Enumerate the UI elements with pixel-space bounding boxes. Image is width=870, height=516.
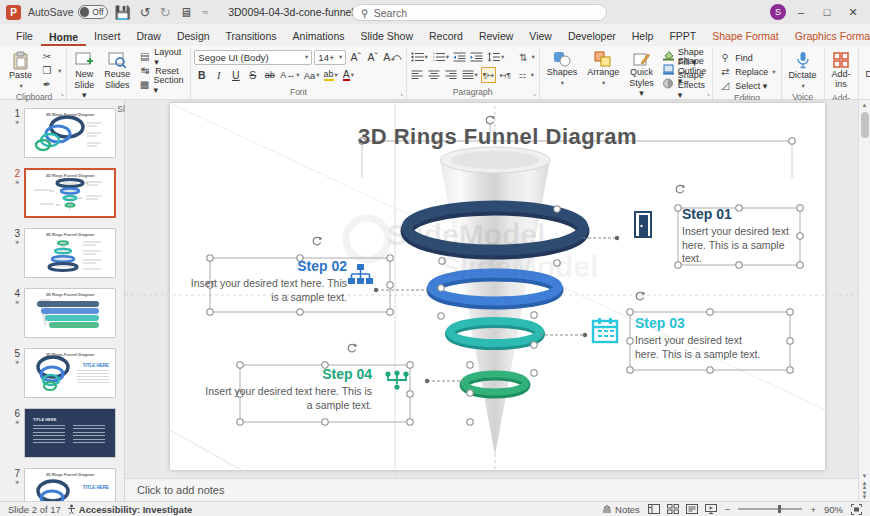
tab-draw[interactable]: Draw xyxy=(128,27,169,46)
replace-button[interactable]: ⇄Replace▾ xyxy=(716,65,777,78)
tab-review[interactable]: Review xyxy=(471,27,521,46)
layout-button[interactable]: ▤Layout ▾ xyxy=(136,50,187,63)
justify-button[interactable]: ▾ xyxy=(461,67,479,83)
slide-indicator[interactable]: Slide 2 of 17 xyxy=(8,504,61,515)
customize-toolbar-icon[interactable]: ≂ xyxy=(202,7,210,17)
tab-file[interactable]: File xyxy=(8,27,41,46)
rtl-text-button[interactable]: ↤¶ xyxy=(498,67,513,83)
tab-developer[interactable]: Developer xyxy=(560,27,624,46)
select-button[interactable]: ◿Select ▾ xyxy=(716,79,777,92)
tab-animations[interactable]: Animations xyxy=(285,27,353,46)
thumbnail-slide-4[interactable]: 4✶ 3D Rings Funnel Diagram xyxy=(0,288,124,348)
italic-button[interactable]: I xyxy=(211,67,226,83)
restore-button[interactable]: □ xyxy=(816,3,838,21)
increase-indent-button[interactable] xyxy=(469,49,484,65)
tab-design[interactable]: Design xyxy=(169,27,218,46)
accessibility-status[interactable]: Accessibility: Investigate xyxy=(67,504,193,515)
designer-button[interactable]: Designer xyxy=(862,49,870,82)
shapes-button[interactable]: Shapes▾ xyxy=(543,49,582,88)
tab-graphics-format[interactable]: Graphics Format xyxy=(787,27,870,46)
start-slideshow-icon[interactable]: 🖥 xyxy=(180,5,193,20)
step-03-textbox[interactable]: Step 03 Insert your desired text here. T… xyxy=(635,315,763,361)
thumbnail-slide-1[interactable]: 1✶ 3D Rings Funnel Diagram xyxy=(0,108,124,168)
new-slide-button[interactable]: NewSlide ▾ xyxy=(70,49,98,103)
zoom-in-button[interactable]: + xyxy=(810,504,816,515)
zoom-slider[interactable] xyxy=(738,508,802,510)
font-dialog-launcher-icon[interactable]: ⌞ xyxy=(400,89,403,97)
dictate-button[interactable]: Dictate▾ xyxy=(785,49,821,91)
tab-home[interactable]: Home xyxy=(41,28,86,47)
cut-button[interactable]: ✂ xyxy=(38,50,63,63)
copy-button[interactable]: ❐▾ xyxy=(38,64,63,77)
tab-fppt[interactable]: FPPT xyxy=(661,27,704,46)
fit-to-window-icon[interactable] xyxy=(851,504,862,515)
autosave-toggle[interactable]: AutoSave Off xyxy=(28,5,108,19)
previous-slide-button[interactable]: ▲▲ xyxy=(862,481,868,489)
user-avatar[interactable]: S xyxy=(770,4,786,20)
section-button[interactable]: ▩Section ▾ xyxy=(136,78,187,91)
align-center-button[interactable] xyxy=(427,67,442,83)
quick-styles-button[interactable]: QuickStyles ▾ xyxy=(625,49,658,101)
save-icon[interactable]: 💾 xyxy=(115,5,131,20)
font-size-select[interactable]: 14+▾ xyxy=(314,50,346,65)
thumbnail-slide-3[interactable]: 3✶ 3D Rings Funnel Diagram xyxy=(0,228,124,288)
tab-slide-show[interactable]: Slide Show xyxy=(353,27,422,46)
scroll-up-icon[interactable]: ▲ xyxy=(862,102,868,108)
calendar-icon[interactable] xyxy=(591,317,619,347)
scroll-down-icon[interactable]: ▼ xyxy=(862,473,868,479)
zoom-level[interactable]: 90% xyxy=(824,504,843,515)
hierarchy-icon[interactable] xyxy=(347,263,373,291)
slide-title[interactable]: 3D Rings Funnel Diagram xyxy=(170,124,825,150)
clipboard-dialog-launcher-icon[interactable]: ⌞ xyxy=(61,89,64,97)
thumbnail-slide-6[interactable]: 6✶ TITLE HERE xyxy=(0,408,124,468)
step-04-textbox[interactable]: Step 04 Insert your desired text here. T… xyxy=(202,366,372,412)
increase-font-button[interactable]: Aˆ xyxy=(348,49,363,65)
door-icon[interactable] xyxy=(631,210,655,242)
numbering-button[interactable]: ▾ xyxy=(431,49,450,65)
drawing-dialog-launcher-icon[interactable]: ⌞ xyxy=(707,89,710,97)
paragraph-dialog-launcher-icon[interactable]: ⌞ xyxy=(533,89,536,97)
normal-view-icon[interactable] xyxy=(648,504,660,514)
columns-button[interactable]: ⚏▾ xyxy=(515,67,535,83)
tab-view[interactable]: View xyxy=(521,27,560,46)
tab-insert[interactable]: Insert xyxy=(86,27,128,46)
tab-shape-format[interactable]: Shape Format xyxy=(704,27,787,46)
line-spacing-button[interactable]: ▾ xyxy=(486,49,505,65)
align-left-button[interactable] xyxy=(410,67,425,83)
arrange-button[interactable]: Arrange▾ xyxy=(583,49,623,88)
font-name-select[interactable]: Segoe UI (Body)▾ xyxy=(194,50,312,65)
strikethrough-button[interactable]: S xyxy=(245,67,260,83)
change-case-button[interactable]: Aa▾ xyxy=(303,67,321,83)
thumbnail-slide-2[interactable]: 2✶ 3D Rings Funnel Diagram xyxy=(0,168,124,228)
redo-icon[interactable]: ↻ xyxy=(160,5,171,20)
slide-sorter-icon[interactable] xyxy=(667,504,679,514)
shape-effects-button[interactable]: Shape Effects ▾ xyxy=(660,78,710,91)
zoom-out-button[interactable]: − xyxy=(725,504,731,515)
bold-button[interactable]: B xyxy=(194,67,209,83)
thumbnail-slide-7[interactable]: 7✶ 3D Rings Funnel Diagram TITLE HERE xyxy=(0,468,124,501)
align-right-button[interactable] xyxy=(444,67,459,83)
scrollbar-thumb[interactable] xyxy=(861,112,869,138)
font-color-button[interactable]: A▾ xyxy=(341,67,356,83)
find-button[interactable]: ⚲Find xyxy=(716,51,777,64)
thumbnail-slide-5[interactable]: 5✶ 3D Rings Funnel Diagram TITLE HERE xyxy=(0,348,124,408)
tab-record[interactable]: Record xyxy=(421,27,471,46)
character-spacing-button[interactable]: A↔▾ xyxy=(279,67,300,83)
slideshow-view-icon[interactable] xyxy=(705,504,717,514)
ltr-text-button[interactable]: ¶↦ xyxy=(481,67,496,83)
notes-pane[interactable]: Click to add notes xyxy=(125,478,858,501)
zoom-slider-thumb[interactable] xyxy=(778,505,781,513)
tab-transitions[interactable]: Transitions xyxy=(218,27,285,46)
step-01-textbox[interactable]: Step 01 Insert your desired text here. T… xyxy=(682,206,804,266)
highlight-color-button[interactable]: ab▾ xyxy=(323,67,339,83)
vertical-scrollbar[interactable]: ▲ ▼ ▲▲ ▼▼ xyxy=(858,100,870,501)
close-button[interactable]: ✕ xyxy=(842,3,864,21)
strike-abc-button[interactable]: ab xyxy=(262,67,277,83)
toggle-switch-icon[interactable]: Off xyxy=(78,5,108,19)
undo-icon[interactable]: ↺ xyxy=(140,5,151,20)
search-input[interactable]: ⚲ Search xyxy=(352,4,607,21)
bullets-button[interactable]: ▾ xyxy=(410,49,429,65)
reading-view-icon[interactable] xyxy=(686,504,698,514)
text-direction-button[interactable]: ⇅▾ xyxy=(515,49,535,65)
slide-canvas[interactable]: 3D Rings Funnel Diagram SlideModel.com S… xyxy=(125,100,858,478)
